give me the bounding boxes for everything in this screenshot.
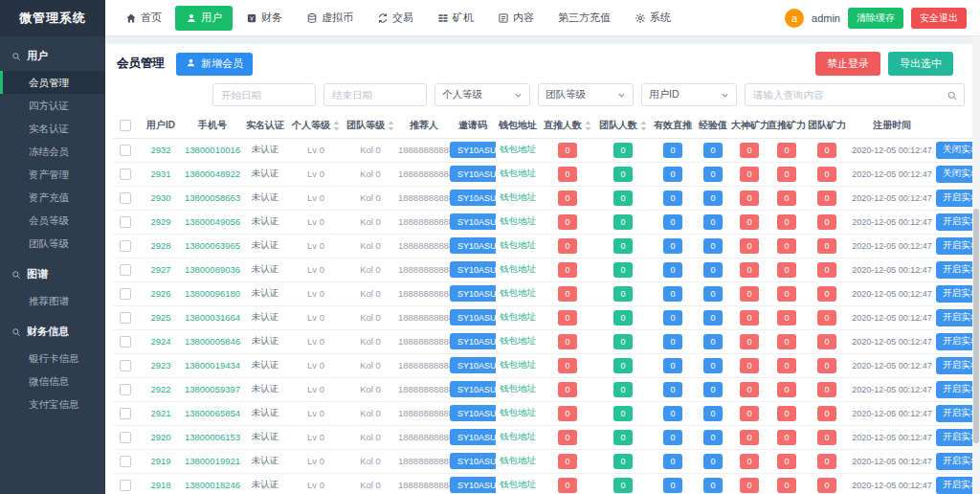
wallet-address-link[interactable]: 钱包地址 (500, 359, 536, 370)
column-header[interactable]: 团队等级 (343, 114, 398, 138)
sidebar-item[interactable]: 银行卡信息 (0, 347, 105, 370)
sidebar-section-header-0[interactable]: 用户 (0, 36, 105, 71)
nav-item-users[interactable]: 用户 (175, 6, 233, 31)
nav-item-trade[interactable]: 交易 (367, 6, 424, 31)
phone-link[interactable]: 13800010016 (185, 145, 240, 155)
invite-code-badge[interactable]: SY10ASUE (450, 477, 496, 493)
phone-link[interactable]: 13800005846 (185, 336, 240, 347)
sidebar-item[interactable]: 支付宝信息 (0, 393, 105, 415)
wallet-address-link[interactable]: 钱包地址 (500, 215, 536, 226)
wallet-address-link[interactable]: 钱包地址 (500, 479, 536, 489)
phone-link[interactable]: 13800059397 (185, 384, 240, 394)
sidebar-section-header-2[interactable]: 财务信息 (0, 312, 105, 347)
row-checkbox[interactable] (120, 480, 131, 491)
sidebar-item[interactable]: 冻结会员 (0, 140, 105, 163)
realname-toggle-button[interactable]: 开启实名 (936, 381, 972, 398)
user-id-link[interactable]: 2924 (150, 336, 170, 347)
realname-toggle-button[interactable]: 开启实名 (936, 477, 972, 494)
nav-item-content[interactable]: 内容 (487, 6, 545, 31)
wallet-address-link[interactable]: 钱包地址 (500, 168, 536, 178)
wallet-address-link[interactable]: 钱包地址 (500, 311, 536, 322)
logout-button[interactable]: 安全退出 (911, 8, 967, 29)
invite-code-badge[interactable]: SY10ASUE (450, 261, 496, 278)
wallet-address-link[interactable]: 钱包地址 (500, 239, 536, 250)
sidebar-item[interactable]: 微信信息 (0, 370, 105, 393)
user-id-link[interactable]: 2932 (150, 145, 170, 155)
start-date-input[interactable] (212, 83, 316, 106)
user-id-link[interactable]: 2930 (150, 192, 170, 203)
realname-toggle-button[interactable]: 开启实名 (936, 261, 972, 279)
realname-toggle-button[interactable]: 开启实名 (936, 213, 972, 231)
column-header[interactable]: 直推人数 (540, 114, 595, 138)
phone-link[interactable]: 13800006153 (185, 432, 240, 442)
row-checkbox[interactable] (120, 264, 131, 276)
invite-code-badge[interactable]: SY10ASUE (450, 166, 496, 182)
wallet-address-link[interactable]: 钱包地址 (500, 431, 536, 441)
invite-code-badge[interactable]: SY10ASUE (450, 142, 496, 158)
user-id-link[interactable]: 2918 (150, 480, 170, 490)
row-checkbox[interactable] (120, 192, 131, 204)
search-input[interactable] (745, 83, 965, 106)
sidebar-item[interactable]: 推荐图谱 (0, 289, 105, 312)
invite-code-badge[interactable]: SY10ASUE (450, 237, 496, 254)
invite-code-badge[interactable]: SY10ASUE (450, 405, 496, 421)
wallet-address-link[interactable]: 钱包地址 (500, 407, 536, 417)
row-checkbox[interactable] (120, 408, 131, 419)
select-all-checkbox[interactable] (120, 120, 131, 131)
realname-toggle-button[interactable]: 开启实名 (936, 190, 972, 207)
row-checkbox[interactable] (120, 384, 131, 395)
ban-login-button[interactable]: 禁止登录 (815, 52, 880, 76)
row-checkbox[interactable] (120, 168, 131, 180)
phone-link[interactable]: 13800063965 (185, 240, 240, 251)
row-checkbox[interactable] (120, 145, 131, 156)
invite-code-badge[interactable]: SY10ASUE (450, 429, 496, 445)
invite-code-badge[interactable]: SY10ASUE (450, 213, 496, 230)
sort-icon[interactable] (388, 121, 394, 131)
phone-link[interactable]: 13800058663 (185, 192, 240, 203)
wallet-address-link[interactable]: 钱包地址 (500, 455, 536, 465)
team-level-select[interactable]: 团队等级 (538, 83, 634, 106)
user-id-link[interactable]: 2925 (150, 312, 170, 323)
sidebar-item[interactable]: 实名认证 (0, 117, 105, 140)
realname-toggle-button[interactable]: 开启实名 (936, 333, 972, 350)
user-id-link[interactable]: 2919 (150, 456, 170, 466)
invite-code-badge[interactable]: SY10ASUE (450, 453, 496, 469)
phone-link[interactable]: 13800019921 (185, 456, 240, 466)
sidebar-section-header-1[interactable]: 图谱 (0, 255, 105, 289)
export-selected-button[interactable]: 导出选中 (888, 52, 953, 76)
sidebar-item[interactable]: 会员等级 (0, 209, 105, 232)
user-id-link[interactable]: 2931 (150, 168, 170, 179)
realname-toggle-button[interactable]: 关闭实名 (936, 142, 972, 159)
phone-link[interactable]: 13800031664 (185, 312, 240, 323)
column-header[interactable]: 个人等级 (289, 114, 343, 138)
nav-item-third-party-recharge[interactable]: 第三方充值 (547, 6, 621, 31)
username[interactable]: admin (812, 12, 840, 24)
personal-level-select[interactable]: 个人等级 (434, 83, 530, 106)
user-id-link[interactable]: 2921 (150, 408, 170, 418)
add-member-button[interactable]: 新增会员 (176, 53, 253, 76)
sidebar-item[interactable]: 团队等级 (0, 232, 105, 255)
invite-code-badge[interactable]: SY10ASUE (450, 381, 496, 397)
row-checkbox[interactable] (120, 456, 131, 467)
user-id-link[interactable]: 2923 (150, 360, 170, 370)
realname-toggle-button[interactable]: 开启实名 (936, 309, 972, 326)
realname-toggle-button[interactable]: 开启实名 (936, 429, 972, 446)
phone-link[interactable]: 13800096180 (185, 288, 240, 299)
realname-toggle-button[interactable]: 开启实名 (936, 453, 972, 470)
realname-toggle-button[interactable]: 开启实名 (936, 285, 972, 303)
invite-code-badge[interactable]: SY10ASUE (450, 333, 496, 349)
user-id-link[interactable]: 2926 (150, 288, 170, 299)
wallet-address-link[interactable]: 钱包地址 (500, 263, 536, 274)
row-checkbox[interactable] (120, 288, 131, 300)
search-icon[interactable] (947, 88, 958, 105)
user-id-link[interactable]: 2922 (150, 384, 170, 394)
vertical-scrollbar[interactable] (972, 36, 980, 494)
phone-link[interactable]: 13800048922 (185, 168, 240, 179)
sidebar-item[interactable]: 资产管理 (0, 163, 105, 186)
wallet-address-link[interactable]: 钱包地址 (500, 287, 536, 298)
scrollbar-thumb[interactable] (973, 209, 979, 443)
invite-code-badge[interactable]: SY10ASUE (450, 285, 496, 302)
realname-toggle-button[interactable]: 开启实名 (936, 405, 972, 422)
wallet-address-link[interactable]: 钱包地址 (500, 335, 536, 346)
nav-item-crypto[interactable]: 虚拟币 (296, 6, 364, 31)
